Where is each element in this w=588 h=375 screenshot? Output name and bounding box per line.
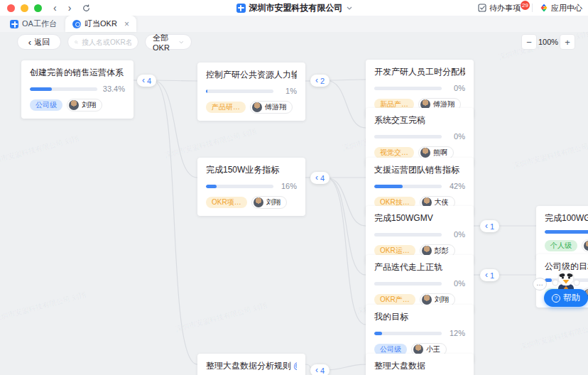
avatar	[420, 148, 430, 158]
collapse-node[interactable]: ‹4	[137, 75, 156, 87]
app-center-button[interactable]: 应用中心	[540, 3, 582, 13]
company-logo-icon	[236, 4, 246, 13]
card-title: 完成150WGMV	[374, 213, 433, 224]
collapse-node[interactable]: ‹1	[480, 220, 499, 232]
progress-bar	[374, 135, 442, 138]
mention-link[interactable]: @古龙	[293, 361, 297, 371]
owner-name: 傅游翔	[265, 102, 286, 112]
zoom-in-button[interactable]: +	[560, 34, 575, 50]
card-title: 完成150W业务指标	[206, 165, 279, 175]
window-titlebar: ‹ › 深圳市安盟科技有限公司 待办事项 29 应用中心	[0, 0, 588, 16]
progress-percent: 0%	[447, 84, 465, 92]
chevron-left-icon: ‹	[142, 75, 145, 86]
tab-label: 叮当OKR	[85, 18, 117, 29]
owner-chip[interactable]: 刘翔	[251, 196, 287, 209]
owner-name: 小王	[426, 344, 440, 354]
search-box[interactable]	[67, 34, 138, 50]
tab-oa-workbench[interactable]: OA工作台	[3, 16, 64, 32]
card-title: 开发产研人员工时分配模块	[374, 67, 465, 77]
app-center-label: 应用中心	[551, 3, 582, 13]
refresh-icon[interactable]	[82, 4, 90, 12]
map-toolbar: ‹ 返回 全部OKR − 100% +	[0, 34, 588, 53]
okr-filter-dropdown[interactable]: 全部OKR	[145, 34, 192, 50]
okr-card[interactable]: 完成100WGMV 个人级古	[536, 206, 588, 259]
chevron-left-icon: ‹	[315, 173, 318, 183]
back-button[interactable]: ‹ 返回	[17, 34, 61, 50]
level-tag: 公司级	[30, 99, 62, 111]
chevron-down-icon	[179, 40, 184, 44]
todo-badge: 29	[521, 1, 530, 10]
avatar	[69, 100, 79, 110]
checkbox-icon	[478, 4, 486, 12]
card-title: 产品迭代走上正轨	[374, 262, 442, 273]
nav-forward-icon[interactable]: ›	[68, 0, 72, 16]
card-title: 整理大盘数据分析规则	[206, 361, 291, 371]
okr-card[interactable]: 完成150W业务指标 16% OKR项…刘翔	[197, 158, 305, 216]
progress-bar	[374, 233, 442, 237]
okr-card[interactable]: 整理大盘数据分析规则@古龙	[197, 354, 305, 375]
help-label: 帮助	[563, 292, 580, 304]
progress-bar	[374, 87, 442, 90]
progress-bar	[545, 230, 588, 234]
progress-bar	[206, 89, 273, 93]
todo-label: 待办事项	[489, 3, 521, 13]
progress-percent: 16%	[279, 182, 297, 190]
avatar	[254, 197, 263, 207]
search-icon	[75, 38, 78, 46]
tab-strip: OA工作台 叮当OKR ×	[0, 16, 588, 32]
progress-bar	[30, 87, 97, 91]
card-title: 整理大盘数据	[374, 361, 425, 371]
nav-back-icon[interactable]: ‹	[53, 0, 57, 16]
progress-percent: 0%	[447, 230, 465, 239]
zoom-level: 100%	[537, 34, 560, 50]
avatar	[252, 102, 262, 112]
filter-label: 全部OKR	[153, 33, 179, 52]
todo-button[interactable]: 待办事项 29	[478, 3, 525, 13]
card-title: 支援运营团队销售指标	[374, 165, 459, 175]
minimize-window-button[interactable]	[21, 4, 28, 12]
chevron-left-icon: ‹	[315, 75, 318, 86]
titlebar-actions: 待办事项 29 应用中心	[478, 0, 582, 16]
progress-bar	[374, 185, 442, 188]
collapse-node[interactable]: ‹2	[310, 75, 330, 87]
collapse-node[interactable]: ‹4	[310, 172, 330, 184]
close-window-button[interactable]	[7, 4, 15, 12]
company-name[interactable]: 深圳市安盟科技有限公司	[249, 2, 343, 14]
tab-dingdang-okr[interactable]: 叮当OKR ×	[65, 16, 136, 32]
okr-card[interactable]: 控制产研公共资源人力输出 1% 产品研…傅游翔	[197, 62, 305, 121]
help-button[interactable]: ? 帮助	[544, 289, 588, 307]
progress-bar	[206, 185, 273, 188]
child-count: 4	[320, 174, 325, 183]
card-title: 我的目标	[374, 312, 408, 322]
card-title: 系统交互完稿	[374, 115, 425, 126]
avatar	[413, 344, 423, 354]
avatar	[584, 241, 588, 251]
progress-bar	[374, 282, 442, 286]
maximize-window-button[interactable]	[34, 4, 42, 12]
collapse-node[interactable]: ‹4	[310, 364, 330, 375]
okr-app-icon	[72, 20, 81, 28]
search-input[interactable]	[82, 38, 131, 46]
collapse-node[interactable]: ‹1	[480, 269, 499, 281]
back-label: 返回	[34, 37, 50, 48]
level-tag: 个人级	[545, 240, 577, 251]
okr-map-canvas[interactable]: 深圳市安盟科技有限公司 刘翔 深圳市安盟科技有限公司 刘翔 深圳市安盟科技有限公…	[0, 32, 588, 375]
zoom-out-button[interactable]: −	[521, 34, 537, 50]
owner-name: 刘翔	[82, 100, 96, 110]
level-tag: 视觉交…	[374, 147, 414, 158]
close-tab-icon[interactable]: ×	[124, 19, 129, 29]
owner-chip[interactable]: 傅游翔	[250, 101, 293, 114]
speech-bubble: …	[533, 278, 547, 290]
okr-card[interactable]: 创建完善的销售运营体系@小巫 33.4% 公司级刘翔	[21, 60, 134, 119]
traffic-lights	[7, 4, 42, 12]
help-widget: … ? 帮助	[531, 271, 588, 310]
okr-card[interactable]: 整理大盘数据	[366, 354, 474, 375]
plus-icon: +	[565, 37, 570, 48]
owner-chip[interactable]: 古	[582, 239, 588, 252]
avatar	[422, 246, 432, 256]
owner-chip[interactable]: 刘翔	[67, 99, 102, 112]
card-title: 创建完善的销售运营体系	[30, 67, 124, 78]
level-tag: 产品研…	[206, 102, 246, 113]
child-count: 2	[320, 77, 325, 85]
progress-percent: 33.4%	[103, 85, 125, 93]
